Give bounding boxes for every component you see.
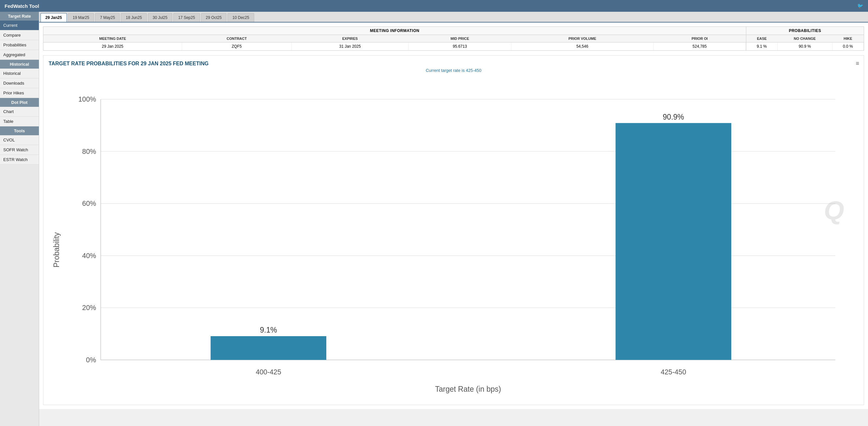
prob-cell: 9.1 %: [746, 42, 777, 51]
chart-area: TARGET RATE PROBABILITIES FOR 29 JAN 202…: [43, 55, 864, 405]
sidebar-item-current[interactable]: Current: [0, 21, 39, 30]
tabs-bar: 29 Jan2519 Mar257 May2518 Jun2530 Jul251…: [39, 12, 868, 23]
probabilities-title: PROBABILITIES: [746, 27, 864, 35]
meeting-info-table: MEETING DATECONTRACTEXPIRESMID PRICEPRIO…: [43, 35, 746, 50]
sidebar: Target RateCurrentCompareProbabilitiesAg…: [0, 12, 39, 426]
sidebar-item-aggregated[interactable]: Aggregated: [0, 50, 39, 60]
tab-18-jun25[interactable]: 18 Jun25: [121, 13, 147, 22]
tab-29-jan25[interactable]: 29 Jan25: [40, 13, 67, 22]
meeting-col-prior-oi: PRIOR OI: [654, 35, 746, 42]
sidebar-item-probabilities[interactable]: Probabilities: [0, 40, 39, 50]
svg-text:40%: 40%: [82, 252, 96, 260]
svg-text:60%: 60%: [82, 200, 96, 207]
svg-text:100%: 100%: [78, 95, 96, 103]
twitter-icon[interactable]: 🐦: [857, 3, 863, 9]
current-rate-label: Current target rate is 425-450: [49, 68, 859, 73]
meeting-cell: 31 Jan 2025: [291, 42, 408, 51]
meeting-col-meeting-date: MEETING DATE: [43, 35, 182, 42]
tab-17-sep25[interactable]: 17 Sep25: [173, 13, 200, 22]
meeting-col-contract: CONTRACT: [182, 35, 292, 42]
main-content: 29 Jan2519 Mar257 May2518 Jun2530 Jul251…: [39, 12, 868, 426]
bar-425-450: [615, 123, 731, 360]
chart-menu-icon[interactable]: ≡: [856, 60, 859, 67]
sidebar-item-chart[interactable]: Chart: [0, 107, 39, 117]
svg-text:9.1%: 9.1%: [260, 326, 277, 334]
probabilities-section: PROBABILITIES EASENO CHANGEHIKE 9.1 %90.…: [746, 27, 864, 50]
meeting-info-section: MEETING INFORMATION MEETING DATECONTRACT…: [43, 26, 864, 51]
sidebar-item-table[interactable]: Table: [0, 117, 39, 126]
sidebar-item-cvol[interactable]: CVOL: [0, 135, 39, 145]
chart-title: TARGET RATE PROBABILITIES FOR 29 JAN 202…: [49, 61, 859, 67]
sidebar-item-sofr-watch[interactable]: SOFR Watch: [0, 145, 39, 155]
bar-400-425: [211, 336, 326, 360]
meeting-cell: 54,546: [512, 42, 654, 51]
meeting-info-left: MEETING INFORMATION MEETING DATECONTRACT…: [43, 27, 746, 50]
meeting-col-expires: EXPIRES: [291, 35, 408, 42]
tab-30-jul25[interactable]: 30 Jul25: [148, 13, 172, 22]
sidebar-item-historical[interactable]: Historical: [0, 68, 39, 78]
svg-text:90.9%: 90.9%: [663, 113, 684, 121]
prob-cell: 0.0 %: [832, 42, 863, 51]
sidebar-section-historical[interactable]: Historical: [0, 60, 39, 68]
meeting-info-title: MEETING INFORMATION: [43, 27, 746, 35]
meeting-cell: 524,785: [654, 42, 746, 51]
meeting-cell: 29 Jan 2025: [43, 42, 182, 51]
sidebar-section-dot-plot[interactable]: Dot Plot: [0, 98, 39, 107]
app-header: FedWatch Tool 🐦: [0, 0, 868, 12]
prob-col-no-change: NO CHANGE: [777, 35, 832, 42]
svg-text:0%: 0%: [86, 356, 96, 364]
svg-text:425-450: 425-450: [661, 368, 686, 376]
sidebar-item-estr-watch[interactable]: ESTR Watch: [0, 155, 39, 165]
tab-10-dec25[interactable]: 10 Dec25: [227, 13, 254, 22]
prob-cell: 90.9 %: [777, 42, 832, 51]
sidebar-section-tools[interactable]: Tools: [0, 126, 39, 135]
tab-19-mar25[interactable]: 19 Mar25: [68, 13, 94, 22]
meeting-cell: ZQF5: [182, 42, 292, 51]
sidebar-item-compare[interactable]: Compare: [0, 30, 39, 40]
meeting-col-mid-price: MID PRICE: [408, 35, 512, 42]
svg-text:400-425: 400-425: [256, 368, 281, 376]
sidebar-section-target-rate[interactable]: Target Rate: [0, 12, 39, 21]
tab-7-may25[interactable]: 7 May25: [95, 13, 120, 22]
chart-svg: Probability 0% 20% 40% 60% 80% 100%: [49, 76, 859, 400]
svg-text:20%: 20%: [82, 304, 96, 312]
sidebar-item-downloads[interactable]: Downloads: [0, 78, 39, 88]
sidebar-item-prior-hikes[interactable]: Prior Hikes: [0, 88, 39, 98]
meeting-cell: 95.6713: [408, 42, 512, 51]
probabilities-table: EASENO CHANGEHIKE 9.1 %90.9 %0.0 %: [746, 35, 864, 50]
svg-text:Target Rate (in bps): Target Rate (in bps): [435, 385, 501, 393]
prob-col-ease: EASE: [746, 35, 777, 42]
svg-text:80%: 80%: [82, 148, 96, 155]
meeting-col-prior-volume: PRIOR VOLUME: [512, 35, 654, 42]
tab-29-oct25[interactable]: 29 Oct25: [201, 13, 227, 22]
svg-text:Probability: Probability: [52, 232, 61, 267]
app-title: FedWatch Tool: [5, 3, 39, 9]
prob-col-hike: HIKE: [832, 35, 863, 42]
